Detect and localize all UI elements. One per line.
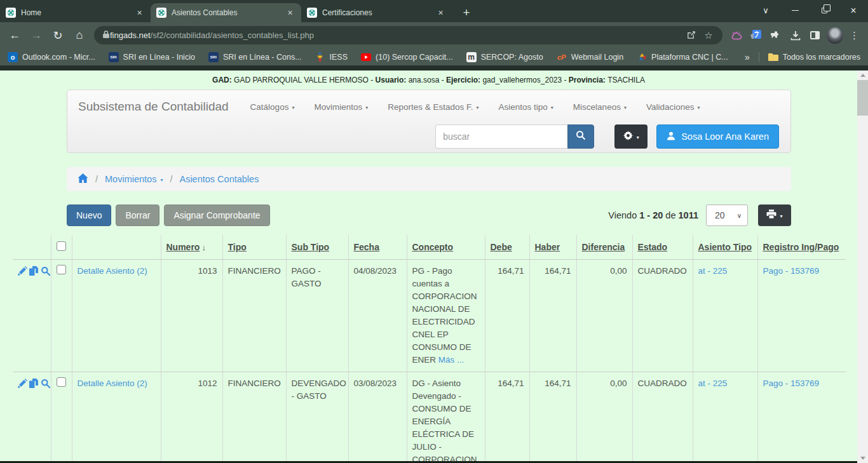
menu-movimientos[interactable]: Movimientos ▾ xyxy=(314,102,368,112)
minimize-button[interactable] xyxy=(780,0,810,21)
breadcrumb-current[interactable]: Asientos Contables xyxy=(179,174,259,184)
caret-down-icon: ▾ xyxy=(697,104,700,111)
search-button[interactable] xyxy=(567,124,594,149)
registro-link[interactable]: Pago - 153769 xyxy=(763,379,820,388)
bookmark-cnc[interactable]: Plataforma CNC | C... xyxy=(637,52,728,62)
forward-button[interactable]: → xyxy=(25,25,47,46)
downloads-icon[interactable] xyxy=(785,25,805,46)
scrollbar-thumb[interactable] xyxy=(857,80,868,116)
menu-catalogos[interactable]: Catálogos ▾ xyxy=(250,102,295,112)
edit-pencil-icon[interactable] xyxy=(18,266,27,280)
cpanel-icon: cP xyxy=(557,52,567,62)
bookmark-sercop-youtube[interactable]: (10) Sercop Capacit... xyxy=(361,52,453,62)
tab-home[interactable]: Home × xyxy=(0,3,151,22)
tab-asientos-contables[interactable]: Asientos Contables × xyxy=(151,3,301,22)
header-subtipo[interactable]: Sub Tipo xyxy=(286,235,348,260)
header-debe[interactable]: Debe xyxy=(485,235,529,260)
asientos-table: Numero↓ Tipo Sub Tipo Fecha Concepto Deb… xyxy=(13,235,846,463)
translate-extension-icon[interactable] xyxy=(746,25,766,46)
address-bar[interactable]: fingads.net/sf2/contabilidad/asientos_co… xyxy=(94,26,722,44)
tab-search-chevron-icon[interactable]: ∨ xyxy=(751,0,780,21)
vertical-scrollbar[interactable] xyxy=(857,70,868,463)
browser-menu-icon[interactable]: ⋮ xyxy=(844,25,864,46)
menu-miscelaneos[interactable]: Miscelaneos ▾ xyxy=(573,102,627,112)
home-icon[interactable] xyxy=(78,173,88,185)
view-magnifier-icon[interactable] xyxy=(41,379,51,393)
menu-reportes[interactable]: Reportes & Estados F. ▾ xyxy=(388,102,478,112)
cell-checkbox xyxy=(51,260,72,372)
select-all-checkbox[interactable] xyxy=(57,241,66,251)
nuevo-button[interactable]: Nuevo xyxy=(67,205,111,226)
close-icon[interactable]: × xyxy=(134,8,145,18)
header-numero[interactable]: Numero↓ xyxy=(161,235,222,260)
tab-certificaciones[interactable]: Certificaciones × xyxy=(301,3,452,22)
cell-estado: CUADRADO xyxy=(632,260,693,372)
scroll-up-arrow[interactable] xyxy=(857,70,868,80)
bookmark-label: SRI en Línea - Cons... xyxy=(223,53,302,62)
header-estado[interactable]: Estado xyxy=(632,235,693,260)
page-size-select[interactable]: 20 ∨ xyxy=(706,205,748,226)
search-input[interactable] xyxy=(435,124,567,149)
cell-diferencia: 0,00 xyxy=(576,372,632,463)
scroll-down-arrow[interactable] xyxy=(857,453,868,463)
row-checkbox[interactable] xyxy=(57,377,66,387)
cell-actions xyxy=(13,372,51,463)
settings-button[interactable]: ▾ xyxy=(614,124,648,149)
view-magnifier-icon[interactable] xyxy=(41,266,51,280)
close-window-button[interactable]: × xyxy=(839,0,868,21)
bookmarks-overflow-icon[interactable]: » xyxy=(745,52,750,62)
side-panel-icon[interactable] xyxy=(805,25,825,46)
extensions-puzzle-icon[interactable] xyxy=(766,25,785,46)
printer-icon xyxy=(766,210,776,221)
menu-asientos-tipo[interactable]: Asientos tipo ▾ xyxy=(499,102,553,112)
back-button[interactable]: ← xyxy=(4,25,25,46)
provincia-value: TSACHILA xyxy=(607,76,645,84)
row-checkbox[interactable] xyxy=(57,265,66,274)
copy-icon[interactable] xyxy=(29,266,39,280)
breadcrumb-movimientos[interactable]: Movimientos ▾ xyxy=(105,174,163,184)
bookmark-outlook[interactable]: o Outlook.com - Micr... xyxy=(8,52,95,62)
bookmark-iess[interactable]: IESS xyxy=(315,52,348,62)
share-icon[interactable] xyxy=(682,30,700,40)
close-icon[interactable]: × xyxy=(435,8,446,18)
ejercicio-value: gad_vallehermos_2023 xyxy=(482,76,562,84)
asignar-comprobante-button[interactable]: Asignar Comprobante xyxy=(164,205,269,226)
header-fecha[interactable]: Fecha xyxy=(348,235,407,260)
registro-link[interactable]: Pago - 153769 xyxy=(763,266,820,276)
cell-debe: 164,71 xyxy=(485,372,529,463)
bookmark-sercop-agosto[interactable]: m SERCOP: Agosto xyxy=(466,52,543,62)
new-tab-button[interactable]: + xyxy=(457,3,476,22)
reload-button[interactable]: ↻ xyxy=(47,25,69,46)
mas-link[interactable]: Más ... xyxy=(438,355,465,365)
borrar-button[interactable]: Borrar xyxy=(116,205,159,226)
bookmark-star-icon[interactable]: ☆ xyxy=(700,30,717,41)
bookmark-sri-inicio[interactable]: SRI SRI en Línea - Inicio xyxy=(109,52,195,62)
detalle-asiento-link[interactable]: Detalle Asiento (2) xyxy=(78,379,147,388)
header-diferencia[interactable]: Diferencia xyxy=(576,235,632,260)
profile-avatar[interactable] xyxy=(825,25,844,46)
browser-home-button[interactable]: ⌂ xyxy=(69,25,90,46)
edit-pencil-icon[interactable] xyxy=(18,379,27,393)
bookmark-sri-consultas[interactable]: SRI SRI en Línea - Cons... xyxy=(208,52,302,62)
all-bookmarks[interactable]: Todos los marcadores xyxy=(768,52,860,62)
header-haber[interactable]: Haber xyxy=(529,235,576,260)
weather-extension-icon[interactable] xyxy=(726,25,746,46)
cell-registro: Pago - 153769 xyxy=(757,372,846,463)
tab-title: Asientos Contables xyxy=(172,8,285,17)
menu-validaciones[interactable]: Validaciones ▾ xyxy=(646,102,700,112)
copy-icon[interactable] xyxy=(29,379,39,393)
header-concepto[interactable]: Concepto xyxy=(407,235,485,260)
header-registro[interactable]: Registro Ing/Pago xyxy=(757,235,846,260)
asiento-tipo-link[interactable]: at - 225 xyxy=(698,379,728,388)
header-asiento-tipo[interactable]: Asiento Tipo xyxy=(693,235,757,260)
paging-total: 1011 xyxy=(679,210,698,220)
asiento-tipo-link[interactable]: at - 225 xyxy=(698,266,728,276)
print-button[interactable]: ▾ xyxy=(758,205,791,226)
header-tipo[interactable]: Tipo xyxy=(222,235,286,260)
detalle-asiento-link[interactable]: Detalle Asiento (2) xyxy=(78,266,147,276)
ejercicio-label: Ejercicio: xyxy=(446,76,480,84)
restore-button[interactable] xyxy=(810,0,839,21)
close-icon[interactable]: × xyxy=(285,8,295,18)
user-button[interactable]: Sosa Loor Ana Karen xyxy=(656,124,779,149)
bookmark-webmail[interactable]: cP Webmail Login xyxy=(557,52,623,62)
